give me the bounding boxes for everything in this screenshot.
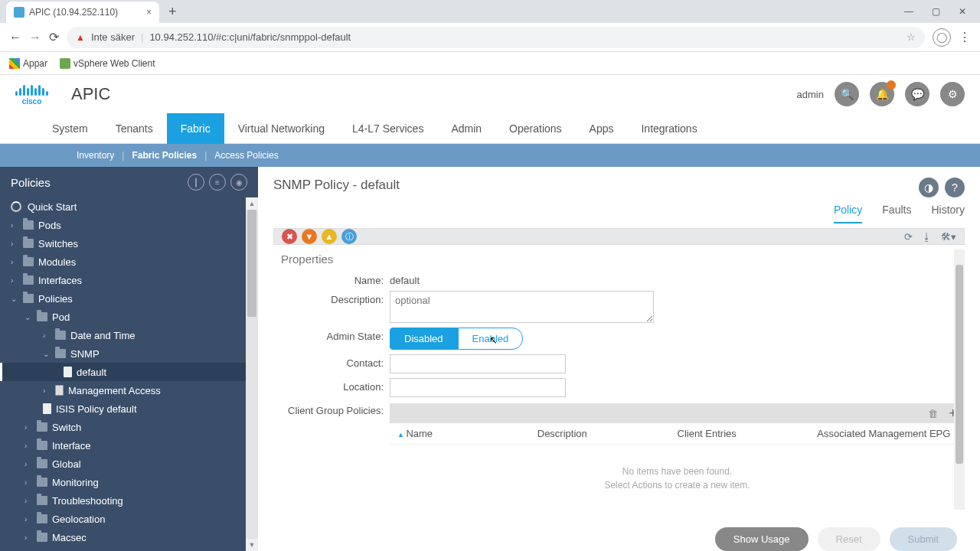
- tree-policies[interactable]: ⌄Policies: [0, 289, 246, 308]
- gear-icon[interactable]: ⚙: [940, 82, 965, 106]
- tree-troubleshooting[interactable]: ›Troubleshooting: [0, 491, 246, 510]
- col-name[interactable]: Name: [397, 428, 537, 439]
- tree-snmp-default[interactable]: default: [0, 363, 246, 381]
- forward-button[interactable]: →: [29, 31, 41, 44]
- tools-icon[interactable]: 🛠▾: [941, 231, 956, 243]
- subnav-access-policies[interactable]: Access Policies: [207, 150, 286, 161]
- tree-isis[interactable]: ISIS Policy default: [0, 399, 246, 418]
- close-tab-icon[interactable]: ×: [146, 7, 152, 18]
- subnav-inventory[interactable]: Inventory: [69, 150, 122, 161]
- document-icon: [64, 367, 72, 377]
- minimize-icon[interactable]: —: [904, 6, 913, 17]
- search-icon[interactable]: 🔍: [835, 82, 859, 106]
- tree-snmp[interactable]: ⌄SNMP: [0, 344, 246, 363]
- nav-l4l7[interactable]: L4-L7 Services: [338, 113, 437, 144]
- sidebar-scrollbar[interactable]: ▲ ▼: [246, 197, 258, 551]
- tab-faults[interactable]: Faults: [882, 204, 911, 223]
- folder-icon: [23, 239, 34, 248]
- submit-button[interactable]: Submit: [890, 527, 957, 551]
- nav-virtual-networking[interactable]: Virtual Networking: [224, 113, 338, 144]
- quickstart-icon: [11, 201, 21, 212]
- reset-button[interactable]: Reset: [818, 527, 880, 551]
- profile-icon[interactable]: ◯: [933, 28, 951, 47]
- tab-policy[interactable]: Policy: [834, 204, 862, 223]
- location-input[interactable]: [390, 378, 566, 397]
- bookmark-star-icon[interactable]: ☆: [906, 31, 916, 43]
- tab-title: APIC (10.94.252.110): [29, 7, 118, 18]
- tree-pods[interactable]: ›Pods: [0, 216, 246, 234]
- back-button[interactable]: ←: [9, 31, 21, 44]
- tree-date-time[interactable]: ›Date and Time: [0, 326, 246, 344]
- nav-tenants[interactable]: Tenants: [102, 113, 167, 144]
- folder-icon: [37, 312, 47, 321]
- fault-info-icon[interactable]: ⓘ: [341, 229, 357, 244]
- tree-switches[interactable]: ›Switches: [0, 234, 246, 253]
- admin-state-toggle[interactable]: Disabled Enabled ↖: [390, 328, 523, 350]
- nav-integrations[interactable]: Integrations: [627, 113, 710, 144]
- tree-interface[interactable]: ›Interface: [0, 436, 246, 455]
- col-epg[interactable]: Associated Management EPG: [817, 428, 957, 439]
- folder-icon: [37, 533, 47, 542]
- download-icon[interactable]: ⭳: [922, 231, 932, 243]
- main-panel: SNMP Policy - default ◑ ? Policy Faults …: [258, 167, 980, 551]
- tree-tool-1[interactable]: ┃: [188, 174, 204, 191]
- chrome-menu-icon[interactable]: ⋮: [959, 30, 971, 44]
- fault-major-icon[interactable]: ▼: [302, 229, 317, 244]
- new-tab-button[interactable]: +: [162, 4, 183, 20]
- sidebar-title: Policies: [11, 176, 51, 189]
- toggle-enabled[interactable]: Enabled: [458, 328, 524, 350]
- feedback-icon[interactable]: 💬: [905, 82, 929, 106]
- fault-critical-icon[interactable]: ✖: [282, 229, 297, 244]
- nav-system[interactable]: System: [38, 113, 102, 144]
- tree-switch[interactable]: ›Switch: [0, 418, 246, 436]
- window-controls: — ▢ ✕: [904, 6, 974, 17]
- tree-monitoring[interactable]: ›Monitoring: [0, 473, 246, 491]
- refresh-icon[interactable]: ⟳: [904, 231, 913, 243]
- nav-admin[interactable]: Admin: [437, 113, 495, 144]
- show-usage-button[interactable]: Show Usage: [715, 527, 808, 551]
- close-window-icon[interactable]: ✕: [959, 6, 966, 17]
- delete-row-icon[interactable]: 🗑: [928, 408, 938, 419]
- tree-macsec[interactable]: ›Macsec: [0, 528, 246, 546]
- tree-pod[interactable]: ⌄Pod: [0, 308, 246, 326]
- tree-tool-2[interactable]: ≡: [209, 174, 226, 191]
- panel-scrollbar[interactable]: [954, 249, 965, 510]
- reload-button[interactable]: ⟳: [49, 30, 59, 44]
- nav-operations[interactable]: Operations: [495, 113, 575, 144]
- tree-interfaces[interactable]: ›Interfaces: [0, 271, 246, 289]
- action-buttons: Show Usage Reset Submit: [258, 520, 980, 551]
- bookmark-vsphere[interactable]: vSphere Web Client: [60, 58, 155, 69]
- folder-icon: [37, 441, 47, 450]
- tree-tool-3[interactable]: ◉: [230, 174, 247, 191]
- tree-mgmt-access[interactable]: ›Management Access: [0, 381, 246, 399]
- contact-input[interactable]: [390, 354, 566, 373]
- address-bar[interactable]: ▲ Inte säker | 10.94.252.110/#c:c|uni/fa…: [67, 27, 925, 48]
- nav-fabric[interactable]: Fabric: [167, 113, 224, 144]
- scroll-down-icon[interactable]: ▼: [246, 539, 258, 551]
- alerts-icon[interactable]: 🔔: [870, 82, 894, 106]
- fault-minor-icon[interactable]: ▲: [322, 229, 337, 244]
- description-input[interactable]: [390, 291, 654, 323]
- user-name[interactable]: admin: [797, 89, 824, 100]
- help-icon[interactable]: ?: [945, 178, 965, 197]
- toggle-disabled[interactable]: Disabled: [390, 328, 458, 350]
- quick-start[interactable]: Quick Start: [0, 197, 246, 216]
- scroll-up-icon[interactable]: ▲: [246, 197, 258, 210]
- page-title: SNMP Policy - default: [273, 178, 400, 193]
- apps-shortcut[interactable]: Appar: [9, 58, 47, 69]
- bookmark-icon[interactable]: ◑: [919, 178, 939, 197]
- browser-tab[interactable]: APIC (10.94.252.110) ×: [6, 2, 159, 23]
- bookmarks-bar: Appar vSphere Web Client: [0, 52, 980, 75]
- label-name: Name:: [273, 272, 390, 286]
- tree-modules[interactable]: ›Modules: [0, 253, 246, 271]
- tree-global[interactable]: ›Global: [0, 455, 246, 473]
- col-description[interactable]: Description: [537, 428, 678, 439]
- subnav-fabric-policies[interactable]: Fabric Policies: [124, 150, 204, 161]
- maximize-icon[interactable]: ▢: [932, 6, 940, 17]
- policy-tree: Quick Start ›Pods ›Switches ›Modules ›In…: [0, 197, 258, 551]
- col-entries[interactable]: Client Entries: [678, 428, 818, 439]
- scroll-thumb[interactable]: [247, 210, 256, 317]
- tree-geolocation[interactable]: ›Geolocation: [0, 510, 246, 528]
- nav-apps[interactable]: Apps: [576, 113, 628, 144]
- tab-history[interactable]: History: [931, 204, 965, 223]
